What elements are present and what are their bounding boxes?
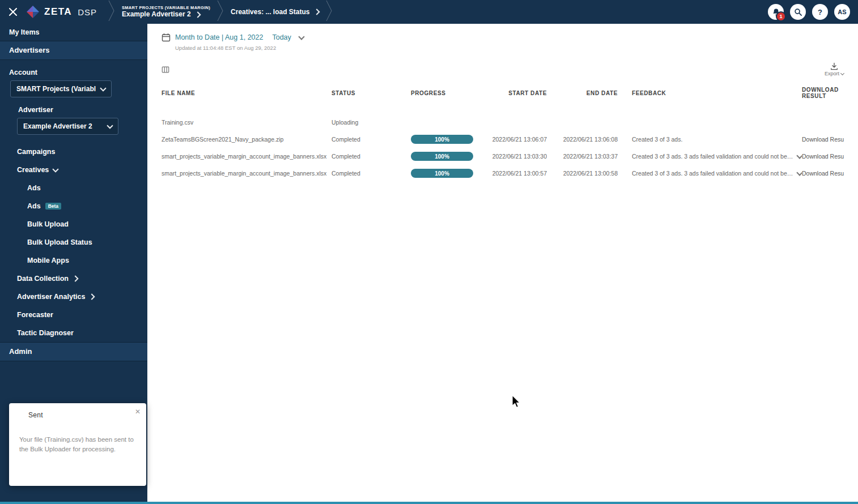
progress-bar: 100%	[411, 135, 473, 144]
sidebar-item-advertiser-analytics[interactable]: Advertiser Analytics	[0, 288, 147, 306]
zeta-logo-icon	[26, 5, 40, 19]
cell-status: Completed	[332, 136, 411, 143]
today-button[interactable]: Today	[272, 33, 291, 41]
chevron-down-icon	[107, 122, 113, 129]
notifications-button[interactable]: 1	[768, 4, 784, 20]
cell-feedback: Created 3 of 3 ads.	[618, 136, 802, 143]
column-header-file-name: FILE NAME	[162, 90, 332, 96]
export-label: Export	[825, 71, 839, 76]
toast-close-icon[interactable]: ✕	[135, 408, 141, 416]
cell-download-result: Download Result	[802, 170, 844, 177]
sidebar-item-ads-beta[interactable]: Ads Beta	[0, 197, 147, 215]
cell-file-name: smart_projects_variable_margin_account_i…	[162, 170, 332, 177]
cell-start-date: 2022/06/21 13:00:57	[482, 170, 547, 177]
chevron-right-icon[interactable]	[194, 11, 201, 18]
download-result-link[interactable]: Download Result	[802, 170, 844, 177]
sidebar-item-advertiser-analytics-label: Advertiser Analytics	[17, 288, 85, 306]
sidebar-item-creatives-label: Creatives	[17, 161, 49, 179]
table-row: Training.csv Uploading	[162, 114, 844, 131]
sidebar-item-mobile-apps[interactable]: Mobile Apps	[0, 251, 147, 270]
breadcrumb-separator-icon	[217, 0, 224, 24]
avatar[interactable]: AS	[834, 4, 850, 20]
sidebar-item-creatives[interactable]: Creatives	[0, 161, 147, 179]
advertiser-label: Advertiser	[0, 104, 147, 116]
table-row: smart_projects_variable_margin_account_i…	[162, 165, 844, 182]
cell-start-date: 2022/06/21 13:03:30	[482, 153, 547, 160]
date-range-selector[interactable]: Month to Date | Aug 1, 2022	[175, 33, 263, 41]
toast-message: Your file (Training.csv) has been sent t…	[9, 419, 146, 455]
advertiser-dropdown[interactable]: Example Advertiser 2	[17, 118, 118, 135]
sidebar-item-forecaster[interactable]: Forecaster	[0, 306, 147, 324]
feedback-expand-icon[interactable]	[796, 153, 802, 159]
column-header-end-date: END DATE	[547, 90, 618, 96]
column-header-progress: PROGRESS	[411, 90, 482, 96]
sidebar-item-my-items[interactable]: My Items	[0, 24, 147, 41]
table-row: smart_projects_variable_margin_account_i…	[162, 148, 844, 165]
sidebar-item-tactic-diagnoser[interactable]: Tactic Diagnoser	[0, 324, 147, 342]
page-title-label: Creatives: ... load Status	[231, 8, 309, 16]
sidebar-section-admin[interactable]: Admin	[0, 342, 147, 361]
table-row: ZetaTeamsBGScreen2021_Navy_package.zip C…	[162, 131, 844, 148]
column-header-start-date: START DATE	[482, 90, 547, 96]
chevron-down-icon[interactable]	[298, 33, 304, 40]
breadcrumb-separator-icon	[108, 0, 115, 24]
cell-file-name: Training.csv	[162, 119, 332, 126]
beta-badge: Beta	[45, 203, 61, 210]
cell-progress: 100%	[411, 152, 482, 161]
download-result-link[interactable]: Download Result	[802, 153, 844, 160]
account-dropdown[interactable]: SMART Projects (Variable M...	[10, 80, 112, 97]
close-icon[interactable]	[0, 0, 26, 24]
sidebar-item-bulk-upload[interactable]: Bulk Upload	[0, 215, 147, 233]
breadcrumb[interactable]: SMART PROJECTS (VARIABLE MARGIN) Example…	[122, 5, 210, 19]
cell-progress: 100%	[411, 169, 482, 178]
topbar: ZETA DSP SMART PROJECTS (VARIABLE MARGIN…	[0, 0, 858, 24]
progress-bar: 100%	[411, 169, 473, 178]
export-button[interactable]: Export	[825, 62, 844, 76]
download-result-link[interactable]: Download Result	[802, 136, 844, 143]
updated-timestamp: Updated at 11:04:48 EST on Aug 29, 2022	[175, 45, 844, 51]
column-header-feedback: FEEDBACK	[618, 90, 802, 96]
sidebar-item-ads[interactable]: Ads	[0, 179, 147, 197]
cell-feedback: Created 3 of 3 ads. 3 ads failed validat…	[618, 170, 802, 177]
brand[interactable]: ZETA DSP	[26, 5, 97, 19]
sidebar-item-data-collection[interactable]: Data Collection	[0, 270, 147, 288]
table-header-row: FILE NAME STATUS PROGRESS START DATE END…	[162, 87, 844, 99]
sent-toast: Sent ✕ Your file (Training.csv) has been…	[9, 403, 146, 486]
chevron-down-icon	[53, 166, 59, 172]
columns-icon[interactable]	[162, 66, 169, 74]
calendar-icon	[162, 33, 171, 42]
cell-file-name: smart_projects_variable_margin_account_i…	[162, 153, 332, 160]
feedback-text: Created 3 of 3 ads. 3 ads failed validat…	[632, 153, 795, 160]
account-dropdown-value: SMART Projects (Variable M...	[16, 85, 96, 93]
sidebar-item-campaigns[interactable]: Campaigns	[0, 143, 147, 161]
progress-bar: 100%	[411, 152, 473, 161]
cell-progress: 100%	[411, 135, 482, 144]
download-icon	[830, 62, 838, 70]
upload-status-table: FILE NAME STATUS PROGRESS START DATE END…	[162, 87, 844, 182]
column-header-status: STATUS	[332, 90, 411, 96]
sidebar-item-bulk-upload-status[interactable]: Bulk Upload Status	[0, 233, 147, 251]
main-content: Month to Date | Aug 1, 2022 Today Update…	[147, 24, 858, 502]
notification-badge: 1	[776, 11, 786, 22]
cell-file-name: ZetaTeamsBGScreen2021_Navy_package.zip	[162, 136, 332, 143]
chevron-down-icon	[100, 85, 106, 91]
page-title[interactable]: Creatives: ... load Status	[231, 8, 318, 16]
help-button[interactable]: ?	[812, 4, 828, 20]
cell-status: Completed	[332, 170, 411, 177]
chevron-right-icon[interactable]	[313, 8, 320, 15]
mouse-cursor	[511, 395, 521, 408]
cell-feedback: Created 3 of 3 ads. 3 ads failed validat…	[618, 153, 802, 160]
sidebar-item-data-collection-label: Data Collection	[17, 270, 69, 288]
sidebar-section-advertisers[interactable]: Advertisers	[0, 41, 147, 60]
cell-end-date: 2022/06/21 13:00:58	[547, 170, 618, 177]
brand-product: DSP	[78, 7, 97, 17]
cell-status: Completed	[332, 153, 411, 160]
search-icon	[794, 8, 802, 16]
search-button[interactable]	[790, 4, 806, 20]
account-label: Account	[0, 67, 147, 78]
breadcrumb-advertiser: Example Advertiser 2	[122, 10, 191, 19]
sidebar-item-ads-beta-label: Ads	[27, 197, 41, 215]
feedback-expand-icon[interactable]	[796, 170, 802, 176]
feedback-text: Created 3 of 3 ads. 3 ads failed validat…	[632, 170, 795, 177]
cell-download-result: Download Result	[802, 153, 844, 160]
